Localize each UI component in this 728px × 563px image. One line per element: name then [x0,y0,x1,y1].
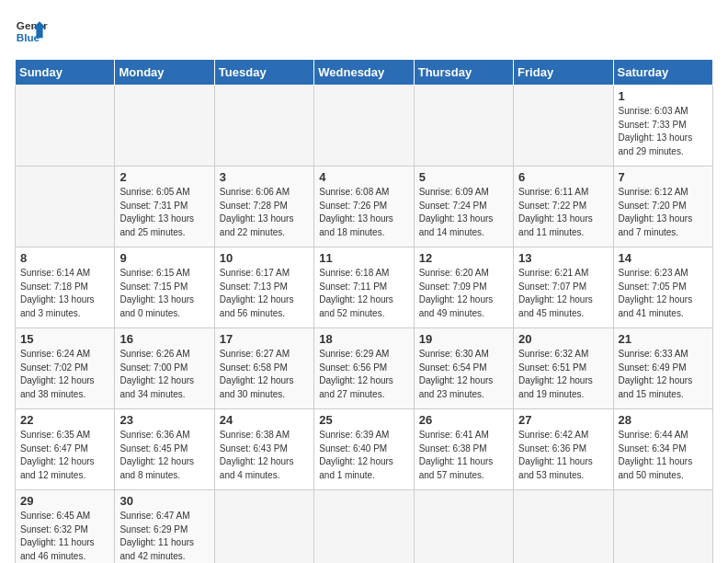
day-details: Sunrise: 6:03 AM Sunset: 7:33 PM Dayligh… [619,105,708,158]
calendar-day-cell: 18Sunrise: 6:29 AM Sunset: 6:56 PM Dayli… [314,328,414,409]
col-header-tuesday: Tuesday [214,60,313,86]
week-row-4: 15Sunrise: 6:24 AM Sunset: 7:02 PM Dayli… [16,328,713,409]
day-number: 14 [619,251,708,265]
day-number: 23 [119,413,209,427]
day-number: 4 [319,170,408,184]
calendar-day-cell: 21Sunrise: 6:33 AM Sunset: 6:49 PM Dayli… [613,328,712,409]
calendar-day-cell: 29Sunrise: 6:45 AM Sunset: 6:32 PM Dayli… [16,490,115,564]
calendar-day-cell [214,86,313,167]
calendar-day-cell: 25Sunrise: 6:39 AM Sunset: 6:40 PM Dayli… [314,409,414,490]
calendar-day-cell [16,167,115,247]
day-details: Sunrise: 6:47 AM Sunset: 6:29 PM Dayligh… [119,510,209,563]
logo: General Blue [15,15,48,48]
day-details: Sunrise: 6:45 AM Sunset: 6:32 PM Dayligh… [20,510,109,563]
day-details: Sunrise: 6:05 AM Sunset: 7:31 PM Dayligh… [119,186,209,239]
day-details: Sunrise: 6:35 AM Sunset: 6:47 PM Dayligh… [20,429,109,482]
day-details: Sunrise: 6:36 AM Sunset: 6:45 PM Dayligh… [119,429,209,482]
col-header-saturday: Saturday [613,60,712,86]
day-number: 16 [119,332,209,346]
day-number: 10 [220,251,309,265]
day-details: Sunrise: 6:26 AM Sunset: 7:00 PM Dayligh… [119,348,209,401]
day-number: 29 [20,494,109,508]
calendar-day-cell [115,86,214,167]
day-details: Sunrise: 6:24 AM Sunset: 7:02 PM Dayligh… [20,348,109,401]
day-details: Sunrise: 6:23 AM Sunset: 7:05 PM Dayligh… [619,267,708,320]
day-details: Sunrise: 6:33 AM Sunset: 6:49 PM Dayligh… [619,348,708,401]
calendar-day-cell [214,490,313,564]
day-number: 12 [419,251,508,265]
col-header-monday: Monday [115,60,214,86]
day-number: 2 [119,170,209,184]
day-number: 15 [20,332,109,346]
day-number: 27 [518,413,608,427]
day-details: Sunrise: 6:06 AM Sunset: 7:28 PM Dayligh… [220,186,309,239]
day-details: Sunrise: 6:08 AM Sunset: 7:26 PM Dayligh… [319,186,408,239]
calendar-day-cell: 19Sunrise: 6:30 AM Sunset: 6:54 PM Dayli… [414,328,513,409]
week-row-2: 2Sunrise: 6:05 AM Sunset: 7:31 PM Daylig… [16,167,713,247]
week-row-6: 29Sunrise: 6:45 AM Sunset: 6:32 PM Dayli… [16,490,713,564]
calendar-day-cell: 27Sunrise: 6:42 AM Sunset: 6:36 PM Dayli… [514,409,613,490]
calendar-day-cell: 3Sunrise: 6:06 AM Sunset: 7:28 PM Daylig… [214,167,313,247]
calendar-day-cell: 13Sunrise: 6:21 AM Sunset: 7:07 PM Dayli… [514,247,613,328]
day-number: 22 [20,413,109,427]
day-number: 5 [419,170,508,184]
calendar-table: SundayMondayTuesdayWednesdayThursdayFrid… [15,59,713,563]
calendar-day-cell: 30Sunrise: 6:47 AM Sunset: 6:29 PM Dayli… [115,490,214,564]
calendar-day-cell: 5Sunrise: 6:09 AM Sunset: 7:24 PM Daylig… [414,167,513,247]
calendar-day-cell: 22Sunrise: 6:35 AM Sunset: 6:47 PM Dayli… [16,409,115,490]
day-number: 30 [119,494,209,508]
col-header-friday: Friday [514,60,613,86]
calendar-day-cell: 24Sunrise: 6:38 AM Sunset: 6:43 PM Dayli… [214,409,313,490]
day-number: 21 [619,332,708,346]
calendar-day-cell: 12Sunrise: 6:20 AM Sunset: 7:09 PM Dayli… [414,247,513,328]
calendar-day-cell [314,86,414,167]
day-details: Sunrise: 6:29 AM Sunset: 6:56 PM Dayligh… [319,348,408,401]
calendar-day-cell: 9Sunrise: 6:15 AM Sunset: 7:15 PM Daylig… [115,247,214,328]
day-number: 24 [220,413,309,427]
calendar-day-cell [613,490,712,564]
day-number: 7 [619,170,708,184]
day-details: Sunrise: 6:21 AM Sunset: 7:07 PM Dayligh… [518,267,608,320]
day-number: 20 [518,332,608,346]
day-number: 17 [220,332,309,346]
calendar-day-cell: 15Sunrise: 6:24 AM Sunset: 7:02 PM Dayli… [16,328,115,409]
calendar-day-cell: 7Sunrise: 6:12 AM Sunset: 7:20 PM Daylig… [613,167,712,247]
day-number: 25 [319,413,408,427]
day-number: 28 [619,413,708,427]
day-details: Sunrise: 6:18 AM Sunset: 7:11 PM Dayligh… [319,267,408,320]
day-details: Sunrise: 6:41 AM Sunset: 6:38 PM Dayligh… [419,429,508,482]
day-details: Sunrise: 6:27 AM Sunset: 6:58 PM Dayligh… [220,348,309,401]
calendar-day-cell: 16Sunrise: 6:26 AM Sunset: 7:00 PM Dayli… [115,328,214,409]
day-details: Sunrise: 6:30 AM Sunset: 6:54 PM Dayligh… [419,348,508,401]
day-number: 3 [220,170,309,184]
calendar-day-cell [16,86,115,167]
day-number: 26 [419,413,508,427]
day-number: 11 [319,251,408,265]
day-details: Sunrise: 6:17 AM Sunset: 7:13 PM Dayligh… [220,267,309,320]
calendar-body: 1Sunrise: 6:03 AM Sunset: 7:33 PM Daylig… [16,86,713,564]
day-number: 8 [20,251,109,265]
day-number: 13 [518,251,608,265]
day-number: 1 [619,89,708,103]
page-header: General Blue [15,15,713,48]
day-details: Sunrise: 6:09 AM Sunset: 7:24 PM Dayligh… [419,186,508,239]
col-header-wednesday: Wednesday [314,60,414,86]
day-details: Sunrise: 6:20 AM Sunset: 7:09 PM Dayligh… [419,267,508,320]
calendar-day-cell [514,490,613,564]
day-number: 9 [119,251,209,265]
calendar-day-cell: 26Sunrise: 6:41 AM Sunset: 6:38 PM Dayli… [414,409,513,490]
day-details: Sunrise: 6:14 AM Sunset: 7:18 PM Dayligh… [20,267,109,320]
calendar-day-cell [314,490,414,564]
calendar-day-cell: 20Sunrise: 6:32 AM Sunset: 6:51 PM Dayli… [514,328,613,409]
calendar-day-cell [514,86,613,167]
day-details: Sunrise: 6:15 AM Sunset: 7:15 PM Dayligh… [119,267,209,320]
col-header-thursday: Thursday [414,60,513,86]
calendar-day-cell [414,86,513,167]
day-details: Sunrise: 6:44 AM Sunset: 6:34 PM Dayligh… [619,429,708,482]
day-number: 18 [319,332,408,346]
calendar-day-cell: 23Sunrise: 6:36 AM Sunset: 6:45 PM Dayli… [115,409,214,490]
calendar-day-cell: 10Sunrise: 6:17 AM Sunset: 7:13 PM Dayli… [214,247,313,328]
day-details: Sunrise: 6:42 AM Sunset: 6:36 PM Dayligh… [518,429,608,482]
calendar-day-cell: 11Sunrise: 6:18 AM Sunset: 7:11 PM Dayli… [314,247,414,328]
day-details: Sunrise: 6:12 AM Sunset: 7:20 PM Dayligh… [619,186,708,239]
